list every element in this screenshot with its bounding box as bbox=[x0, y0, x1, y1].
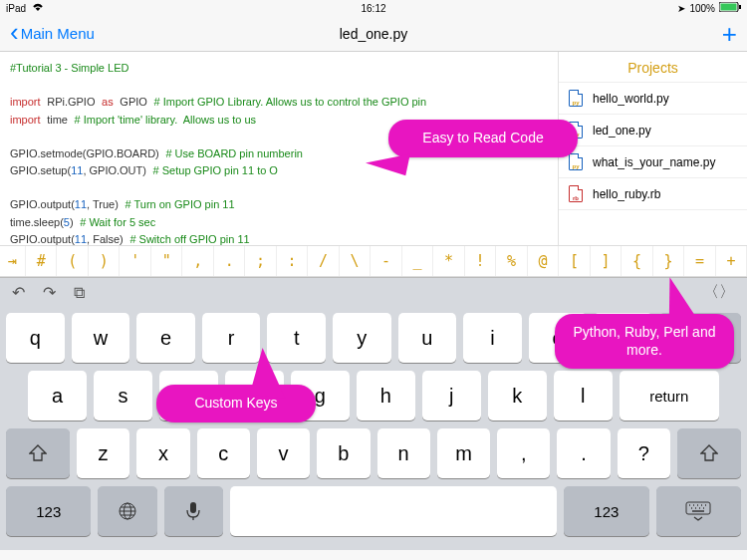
numbers-key[interactable]: 123 bbox=[6, 486, 91, 536]
keyboard-toolbar: ↶ ↷ ⧉ 〈〉 bbox=[0, 277, 747, 307]
custom-key[interactable]: # bbox=[26, 246, 57, 276]
location-icon: ➤ bbox=[677, 3, 685, 14]
numbers-key-right[interactable]: 123 bbox=[564, 486, 648, 536]
back-label: Main Menu bbox=[21, 25, 95, 42]
shift-key[interactable] bbox=[6, 428, 70, 478]
key-r[interactable]: r bbox=[202, 313, 261, 363]
sidebar-title: Projects bbox=[559, 52, 747, 83]
project-name: what_is_your_name.py bbox=[593, 155, 715, 169]
shift-key[interactable] bbox=[677, 428, 741, 478]
custom-key[interactable]: ; bbox=[245, 246, 276, 276]
back-button[interactable]: Main Menu bbox=[10, 25, 95, 42]
custom-key[interactable]: ⇥ bbox=[0, 246, 26, 276]
callout-keys: Custom Keys bbox=[156, 385, 316, 422]
svg-rect-10 bbox=[190, 502, 196, 513]
page-title: led_one.py bbox=[340, 26, 408, 42]
key-q[interactable]: q bbox=[6, 313, 65, 363]
svg-rect-12 bbox=[686, 502, 710, 514]
wifi-icon bbox=[30, 0, 46, 16]
key-y[interactable]: y bbox=[333, 313, 391, 363]
project-name: led_one.py bbox=[593, 124, 651, 138]
custom-key[interactable]: = bbox=[684, 246, 715, 276]
custom-key[interactable]: ' bbox=[120, 246, 150, 276]
key-n[interactable]: n bbox=[377, 428, 430, 478]
key-z[interactable]: z bbox=[77, 428, 129, 478]
python-file-icon: py bbox=[569, 153, 583, 170]
custom-key-row: ⇥#()'",.;:/\-_*!%@[]{}=+ bbox=[0, 245, 747, 277]
custom-key[interactable]: + bbox=[716, 246, 747, 276]
custom-key[interactable]: } bbox=[653, 246, 684, 276]
key-s[interactable]: s bbox=[94, 371, 152, 420]
copy-icon[interactable]: ⧉ bbox=[74, 284, 85, 302]
nav-bar: Main Menu led_one.py + bbox=[0, 16, 747, 52]
custom-key[interactable]: @ bbox=[528, 246, 559, 276]
svg-rect-2 bbox=[739, 5, 741, 9]
key-b[interactable]: b bbox=[317, 428, 370, 478]
project-name: hello_ruby.rb bbox=[593, 187, 660, 201]
key-l[interactable]: l bbox=[554, 371, 613, 420]
project-item[interactable]: pywhat_is_your_name.py bbox=[559, 146, 747, 178]
device-label: iPad bbox=[6, 3, 26, 14]
custom-key[interactable]: _ bbox=[402, 246, 433, 276]
key-j[interactable]: j bbox=[422, 371, 481, 420]
code-toggle-icon[interactable]: 〈〉 bbox=[703, 282, 735, 303]
key-e[interactable]: e bbox=[136, 313, 195, 363]
key-,[interactable]: , bbox=[497, 428, 550, 478]
custom-key[interactable]: . bbox=[214, 246, 245, 276]
custom-key[interactable]: % bbox=[496, 246, 527, 276]
project-item[interactable]: pyhello_world.py bbox=[559, 83, 747, 115]
ruby-file-icon: rb bbox=[569, 185, 583, 202]
key-v[interactable]: v bbox=[257, 428, 310, 478]
hide-keyboard-key[interactable] bbox=[656, 486, 741, 536]
custom-key[interactable]: ! bbox=[465, 246, 496, 276]
clock: 16:12 bbox=[361, 3, 385, 14]
projects-sidebar: Projects pyhello_world.py pyled_one.py p… bbox=[558, 52, 747, 245]
battery-icon bbox=[719, 2, 741, 14]
mic-key[interactable] bbox=[164, 486, 223, 536]
key-?[interactable]: ? bbox=[618, 428, 670, 478]
battery-percent: 100% bbox=[689, 3, 715, 14]
redo-icon[interactable]: ↷ bbox=[43, 283, 56, 302]
custom-key[interactable]: \ bbox=[340, 246, 371, 276]
key-k[interactable]: k bbox=[488, 371, 547, 420]
globe-key[interactable] bbox=[98, 486, 156, 536]
project-item[interactable]: pyled_one.py bbox=[559, 115, 747, 146]
space-key[interactable] bbox=[230, 486, 558, 536]
custom-key[interactable]: / bbox=[308, 246, 339, 276]
project-item[interactable]: rbhello_ruby.rb bbox=[559, 178, 747, 210]
custom-key[interactable]: - bbox=[371, 246, 401, 276]
key-h[interactable]: h bbox=[357, 371, 415, 420]
custom-key[interactable]: [ bbox=[559, 246, 590, 276]
key-a[interactable]: a bbox=[28, 371, 87, 420]
custom-key[interactable]: " bbox=[151, 246, 182, 276]
custom-key[interactable]: * bbox=[433, 246, 464, 276]
key-x[interactable]: x bbox=[136, 428, 189, 478]
custom-key[interactable]: , bbox=[182, 246, 213, 276]
key-.[interactable]: . bbox=[557, 428, 610, 478]
key-u[interactable]: u bbox=[398, 313, 457, 363]
project-name: hello_world.py bbox=[593, 92, 669, 106]
status-bar: iPad 16:12 ➤ 100% bbox=[0, 0, 747, 16]
python-file-icon: py bbox=[569, 90, 583, 107]
custom-key[interactable]: : bbox=[277, 246, 308, 276]
key-m[interactable]: m bbox=[437, 428, 490, 478]
custom-key[interactable]: { bbox=[622, 246, 652, 276]
callout-languages: Python, Ruby, Perl and more. bbox=[555, 314, 734, 369]
key-w[interactable]: w bbox=[72, 313, 130, 363]
undo-icon[interactable]: ↶ bbox=[12, 283, 25, 302]
key-i[interactable]: i bbox=[463, 313, 522, 363]
svg-rect-1 bbox=[721, 4, 737, 11]
code-line: #Tutorial 3 - Simple LED bbox=[10, 62, 128, 74]
key-c[interactable]: c bbox=[197, 428, 250, 478]
return-key[interactable]: return bbox=[620, 371, 719, 420]
callout-code: Easy to Read Code bbox=[388, 120, 578, 157]
custom-key[interactable]: ] bbox=[591, 246, 622, 276]
custom-key[interactable]: ( bbox=[57, 246, 88, 276]
custom-key[interactable]: ) bbox=[89, 246, 120, 276]
